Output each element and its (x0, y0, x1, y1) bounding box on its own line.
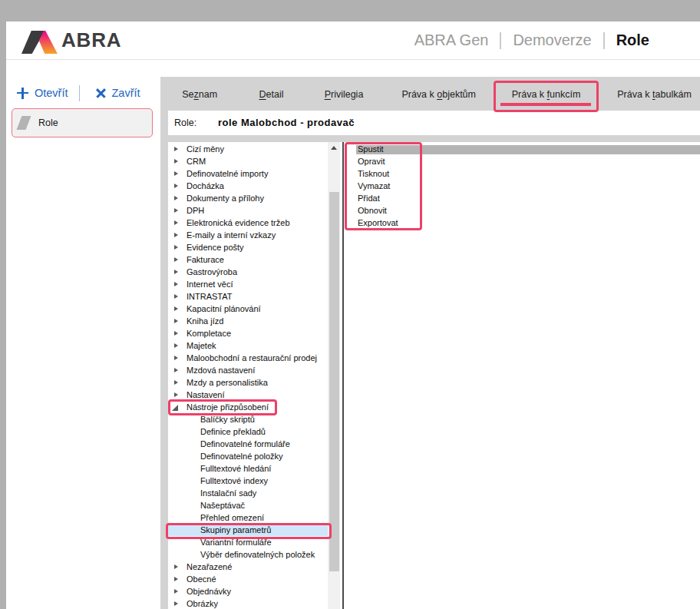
tree-item-category[interactable]: Obrázky (168, 597, 328, 609)
tree-item-category[interactable]: Evidence pošty (168, 241, 328, 253)
collapsed-triangle-icon[interactable] (174, 184, 178, 188)
collapsed-triangle-icon[interactable] (174, 343, 178, 348)
tree-item-label: Majetek (187, 339, 216, 352)
collapsed-triangle-icon[interactable] (174, 601, 178, 606)
tree-item-category[interactable]: Internet věcí (168, 278, 328, 290)
tree-item-category[interactable]: Definovatelné importy (168, 167, 328, 180)
tab-pr-va-k-funkc-m[interactable]: Práva k funkcím (512, 77, 581, 112)
tree-item-label: Skupiny parametrů (200, 524, 271, 536)
collapsed-triangle-icon[interactable] (174, 220, 178, 225)
function-item[interactable]: Spustit (344, 143, 700, 155)
tree-item-category[interactable]: Obecné (168, 573, 328, 585)
scrollbar-up-button[interactable] (328, 142, 340, 154)
tree-item-leaf[interactable]: Výběr definovatelných položek (168, 548, 328, 561)
tree-item-label: Variantní formuláře (200, 536, 272, 548)
tab-pr-va-k-objekt-m[interactable]: Práva k objektům (401, 77, 476, 112)
tree-item-category[interactable]: Mzdová nastavení (168, 364, 328, 376)
role-bar-label: Role: (174, 111, 196, 135)
tree-item-label: Mzdová nastavení (187, 364, 255, 376)
function-item[interactable]: Vymazat (344, 180, 700, 192)
close-button[interactable]: Zavřít (96, 87, 140, 99)
role-bar: Role: role Malobchod - prodavač (168, 111, 700, 135)
tree-item-category[interactable]: Nezařazené (168, 561, 328, 573)
function-item[interactable]: Exportovat (344, 217, 700, 229)
tree-item-leaf[interactable]: Definovatelné položky (168, 450, 328, 462)
function-item[interactable]: Tisknout (344, 167, 700, 180)
tree-item-category[interactable]: Cizí měny (168, 143, 328, 155)
plus-icon (17, 88, 28, 99)
collapsed-triangle-icon[interactable] (174, 171, 178, 176)
tree-item-label: Výběr definovatelných položek (200, 548, 315, 561)
tree-item-category[interactable]: Fakturace (168, 253, 328, 266)
collapsed-triangle-icon[interactable] (174, 392, 178, 397)
rights-tree: Cizí měnyCRMDefinovatelné importyDocházk… (168, 142, 344, 609)
function-item[interactable]: Obnovit (344, 204, 700, 217)
collapsed-triangle-icon[interactable] (174, 208, 178, 213)
tree-item-label: Fulltextové hledání (200, 462, 271, 475)
tree-item-category[interactable]: Kompletace (168, 327, 328, 339)
tree-item-leaf[interactable]: Variantní formuláře (168, 536, 328, 548)
tree-item-leaf[interactable]: Našeptávač (168, 499, 328, 511)
tree-item-category[interactable]: Docházka (168, 180, 328, 192)
tree-item-category[interactable]: Mzdy a personalistika (168, 376, 328, 389)
tab-detail[interactable]: Detail (259, 77, 284, 112)
collapsed-triangle-icon[interactable] (174, 233, 178, 237)
function-item[interactable]: Přidat (344, 192, 700, 204)
collapsed-triangle-icon[interactable] (174, 159, 178, 164)
expanded-triangle-icon[interactable] (172, 405, 178, 411)
tree-item-category[interactable]: Maloobchodní a restaurační prodej (168, 352, 328, 364)
collapsed-triangle-icon[interactable] (174, 319, 178, 323)
collapsed-triangle-icon[interactable] (174, 196, 178, 200)
scrollbar-thumb[interactable] (329, 192, 339, 571)
collapsed-triangle-icon[interactable] (174, 589, 178, 594)
tree-item-leaf[interactable]: Instalační sady (168, 487, 328, 499)
function-item-label: Opravit (358, 155, 385, 167)
tree-item-leaf[interactable]: Balíčky skriptů (168, 413, 328, 425)
collapsed-triangle-icon[interactable] (174, 257, 178, 262)
tree-item-category[interactable]: Objednávky (168, 585, 328, 597)
function-item[interactable]: Opravit (344, 155, 700, 167)
tree-item-category[interactable]: Nastavení (168, 389, 328, 401)
tree-item-category[interactable]: INTRASTAT (168, 290, 328, 303)
collapsed-triangle-icon[interactable] (174, 380, 178, 385)
tree-scrollbar[interactable] (328, 142, 340, 609)
collapsed-triangle-icon[interactable] (174, 356, 178, 360)
tree-item-leaf[interactable]: Fulltextové hledání (168, 462, 328, 475)
tab-privilegia[interactable]: Privilegia (325, 77, 364, 112)
tree-item-leaf[interactable]: Přehled omezení (168, 511, 328, 524)
collapsed-triangle-icon[interactable] (174, 270, 178, 274)
tree-item-category[interactable]: Majetek (168, 339, 328, 352)
tree-item-category[interactable]: Dokumenty a přílohy (168, 192, 328, 204)
collapsed-triangle-icon[interactable] (174, 306, 178, 311)
tree-item-label: Cizí měny (187, 143, 224, 155)
open-button[interactable]: Otevřít (17, 87, 68, 99)
tree-item-label: Kapacitní plánování (187, 303, 261, 315)
tab-pr-va-k-tabulk-m[interactable]: Práva k tabulkám (617, 77, 692, 112)
collapsed-triangle-icon[interactable] (174, 282, 178, 286)
collapsed-triangle-icon[interactable] (174, 331, 178, 336)
tree-item-category[interactable]: Nástroje přizpůsobení (168, 401, 328, 413)
tree-item-label: Internet věcí (187, 278, 233, 290)
collapsed-triangle-icon[interactable] (174, 294, 178, 299)
tree-item-category[interactable]: DPH (168, 204, 328, 217)
tree-item-leaf[interactable]: Definice překladů (168, 425, 328, 438)
collapsed-triangle-icon[interactable] (174, 577, 178, 581)
tree-item-leaf[interactable]: Definovatelné formuláře (168, 438, 328, 450)
tree-item-label: Obrázky (187, 597, 218, 609)
tree-item-leaf[interactable]: Fulltextové indexy (168, 475, 328, 487)
close-icon (96, 88, 106, 98)
collapsed-triangle-icon[interactable] (174, 147, 178, 151)
tree-item-category[interactable]: Gastrovýroba (168, 266, 328, 278)
tab-seznam[interactable]: Seznam (182, 77, 217, 112)
tree-item-category[interactable]: Elektronická evidence tržeb (168, 217, 328, 229)
tree-item-category[interactable]: CRM (168, 155, 328, 167)
tree-item-leaf[interactable]: Skupiny parametrů (168, 524, 328, 536)
sidebar-item-role[interactable]: Role (12, 108, 153, 137)
tree-item-category[interactable]: Kapacitní plánování (168, 303, 328, 315)
collapsed-triangle-icon[interactable] (174, 245, 178, 250)
tree-item-category[interactable]: E-maily a interní vzkazy (168, 229, 328, 241)
collapsed-triangle-icon[interactable] (174, 368, 178, 372)
tree-item-category[interactable]: Kniha jízd (168, 315, 328, 327)
tree-item-label: Nastavení (187, 389, 225, 401)
collapsed-triangle-icon[interactable] (174, 564, 178, 569)
